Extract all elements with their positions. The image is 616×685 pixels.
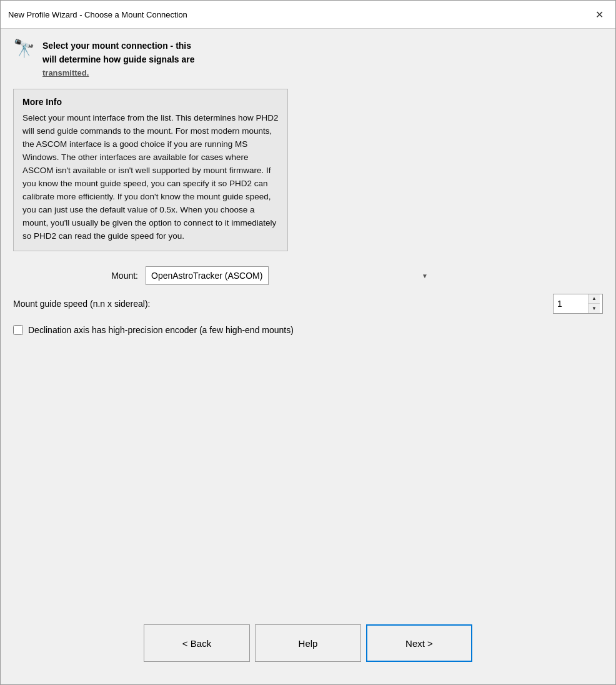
mount-label: Mount: (13, 271, 138, 281)
info-box: More Info Select your mount interface fr… (13, 89, 288, 251)
mount-select-wrapper: OpenAstroTracker (ASCOM) On-camera ASCOM… (146, 266, 433, 285)
content-area: 🔭 Select your mount connection - this wi… (1, 29, 615, 684)
header-line2: will determine how guide signals are (42, 54, 195, 64)
header-text: Select your mount connection - this will… (42, 39, 195, 79)
encoder-checkbox[interactable] (13, 325, 23, 335)
help-button[interactable]: Help (255, 624, 361, 662)
header-line1: Select your mount connection - this (42, 41, 191, 51)
info-box-title: More Info (22, 97, 279, 107)
back-button[interactable]: < Back (144, 624, 250, 662)
encoder-checkbox-row: Declination axis has high-precision enco… (13, 325, 603, 335)
header-line3: transmitted. (42, 68, 89, 78)
telescope-icon: 🔭 (13, 40, 35, 58)
guide-speed-input[interactable] (554, 294, 588, 313)
mount-select[interactable]: OpenAstroTracker (ASCOM) On-camera ASCOM… (146, 266, 269, 285)
guide-speed-row: Mount guide speed (n.n x sidereal): ▲ ▼ (13, 294, 603, 314)
wizard-window: New Profile Wizard - Choose a Mount Conn… (0, 0, 616, 685)
guide-speed-label: Mount guide speed (n.n x sidereal): (13, 299, 553, 309)
spin-up-button[interactable]: ▲ (589, 294, 600, 304)
speed-input-wrapper: ▲ ▼ (553, 294, 603, 314)
button-row: < Back Help Next > (13, 614, 603, 674)
spin-down-button[interactable]: ▼ (589, 304, 600, 313)
encoder-label[interactable]: Declination axis has high-precision enco… (28, 325, 294, 335)
mount-row: Mount: OpenAstroTracker (ASCOM) On-camer… (13, 266, 603, 285)
header-section: 🔭 Select your mount connection - this wi… (13, 39, 603, 79)
next-button[interactable]: Next > (366, 624, 472, 662)
info-box-body: Select your mount interface from the lis… (22, 112, 279, 242)
window-title: New Profile Wizard - Choose a Mount Conn… (8, 10, 187, 19)
spin-buttons: ▲ ▼ (588, 294, 600, 313)
close-button[interactable]: ✕ (590, 6, 608, 23)
title-bar: New Profile Wizard - Choose a Mount Conn… (1, 1, 615, 29)
